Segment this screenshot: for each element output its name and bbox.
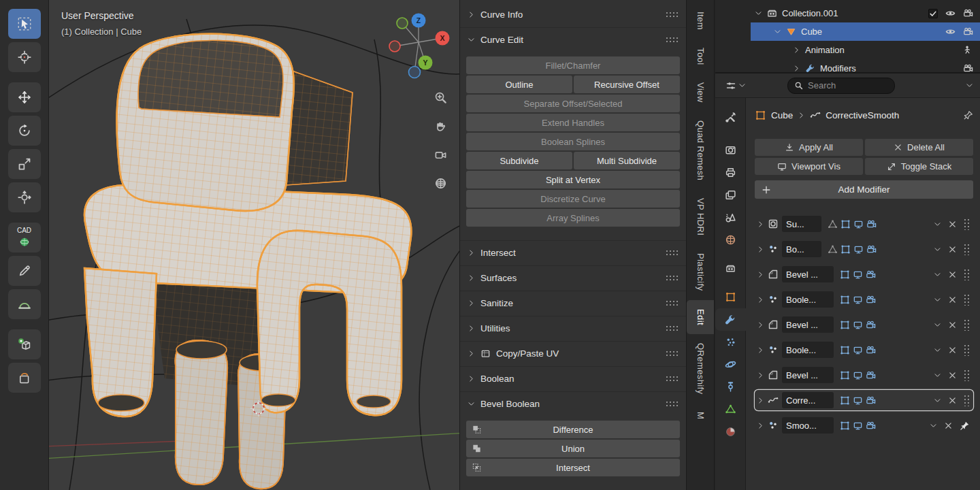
on-cage-toggle-icon[interactable] [828, 219, 838, 229]
fillet-chamfer-button[interactable]: Fillet/Chamfer [466, 56, 680, 74]
camera-icon[interactable] [963, 27, 973, 37]
expand-chevron-icon[interactable] [757, 271, 764, 278]
pin-icon[interactable] [963, 110, 973, 120]
cad-sketcher-tool[interactable]: CAD [8, 223, 41, 252]
expand-chevron-icon[interactable] [757, 422, 764, 429]
rotate-tool[interactable] [8, 116, 41, 146]
modifier-extras-icon[interactable] [934, 372, 941, 379]
delete-modifier-icon[interactable] [948, 295, 957, 304]
axis-neg-x[interactable] [389, 41, 400, 52]
panel-header-copy-paste-uv[interactable]: Copy/Paste UV [465, 344, 681, 363]
expand-chevron-icon[interactable] [757, 397, 764, 404]
chevron-right-icon[interactable] [793, 46, 800, 54]
extend-handles-button[interactable]: Extend Handles [466, 114, 680, 131]
drag-handle-icon[interactable] [964, 344, 970, 356]
edit-mode-toggle-icon[interactable] [840, 219, 851, 229]
modifier-row-3[interactable]: Bevel ... [755, 264, 973, 284]
modifier-extras-icon[interactable] [934, 346, 941, 354]
properties-tab-modifiers[interactable] [715, 308, 746, 331]
render-toggle-icon[interactable] [866, 295, 876, 305]
checkbox-checked[interactable] [928, 9, 938, 18]
search-input[interactable] [808, 80, 883, 91]
extra-tool[interactable] [8, 363, 41, 393]
panel-grip-icon[interactable] [666, 250, 679, 256]
realtime-toggle-icon[interactable] [853, 395, 863, 406]
modifier-name-button[interactable]: Smoo... [782, 417, 834, 434]
delete-modifier-icon[interactable] [944, 421, 953, 430]
scale-tool[interactable] [8, 149, 41, 179]
drag-handle-icon[interactable] [964, 395, 970, 406]
render-toggle-icon[interactable] [866, 320, 876, 330]
measure-tool[interactable] [8, 289, 41, 319]
recursive-offset-button[interactable]: Recursive Offset [574, 76, 680, 93]
annotate-tool[interactable] [8, 256, 41, 286]
split-at-vertex-button[interactable]: Split at Vertex [466, 171, 680, 189]
expand-chevron-icon[interactable] [757, 346, 764, 354]
modifier-extras-icon[interactable] [934, 220, 941, 228]
panel-header-curve-edit[interactable]: Curve Edit [465, 30, 681, 50]
render-toggle-icon[interactable] [866, 421, 876, 431]
select-box-tool[interactable] [8, 9, 41, 39]
drag-handle-icon[interactable] [964, 319, 970, 331]
tab-edit[interactable]: Edit [687, 300, 714, 334]
delete-modifier-icon[interactable] [948, 270, 957, 279]
editor-type-button[interactable] [722, 78, 749, 93]
modifier-name-button[interactable]: Boole... [782, 342, 834, 358]
render-toggle-icon[interactable] [866, 395, 876, 406]
render-toggle-icon[interactable] [866, 270, 876, 280]
camera-icon[interactable] [963, 8, 973, 18]
header-collapse-chevron[interactable] [966, 82, 973, 89]
toggle-stack-button[interactable]: Toggle Stack [865, 158, 973, 175]
tab-plasticify[interactable]: Plasticify [687, 244, 714, 299]
modifier-name-button[interactable]: Su... [782, 216, 821, 232]
realtime-toggle-icon[interactable] [853, 219, 864, 229]
outliner-row-animation[interactable]: Animation [715, 41, 980, 59]
modifier-extras-icon[interactable] [934, 321, 941, 329]
edit-mode-toggle-icon[interactable] [840, 370, 850, 380]
difference-button[interactable]: Difference [466, 421, 680, 438]
outliner-row-cube[interactable]: Cube [715, 22, 980, 41]
tab-tool[interactable]: Tool [687, 39, 714, 74]
on-cage-toggle-icon[interactable] [828, 244, 838, 255]
realtime-toggle-icon[interactable] [853, 320, 863, 330]
edit-mode-toggle-icon[interactable] [840, 421, 850, 431]
properties-tab-object[interactable] [715, 286, 746, 308]
panel-header-sanitize[interactable]: Sanitize [465, 293, 681, 313]
chevron-right-icon[interactable] [793, 65, 800, 72]
properties-tab-viewlayer[interactable] [715, 184, 746, 206]
drag-handle-icon[interactable] [964, 218, 970, 230]
modifier-name-button[interactable]: Bevel ... [782, 266, 834, 282]
properties-tab-scene[interactable] [715, 206, 746, 229]
realtime-toggle-icon[interactable] [853, 345, 863, 355]
add-cube-tool[interactable] [8, 329, 41, 359]
viewport-3d[interactable]: User Perspective (1) Collection | Cube Z… [49, 0, 459, 490]
realtime-toggle-icon[interactable] [853, 421, 863, 431]
properties-tab-physics[interactable] [715, 353, 746, 376]
panel-grip-icon[interactable] [666, 325, 679, 331]
realtime-toggle-icon[interactable] [853, 295, 863, 305]
modifier-name-button[interactable]: Bo... [782, 241, 821, 257]
edit-mode-toggle-icon[interactable] [840, 270, 850, 280]
chevron-down-icon[interactable] [774, 28, 781, 35]
subdivide-button[interactable]: Subdivide [466, 152, 572, 169]
panel-grip-icon[interactable] [666, 12, 679, 18]
drag-handle-icon[interactable] [964, 244, 970, 255]
properties-tab-collection[interactable] [715, 257, 746, 280]
edit-mode-toggle-icon[interactable] [840, 345, 850, 355]
modifier-extras-icon[interactable] [934, 397, 941, 404]
cursor-tool[interactable] [8, 42, 41, 72]
panel-header-surfaces[interactable]: Surfaces [465, 268, 681, 288]
axis-neg-z[interactable] [409, 67, 421, 78]
drag-handle-icon[interactable] [964, 269, 970, 280]
panel-grip-icon[interactable] [666, 275, 679, 281]
render-toggle-icon[interactable] [866, 219, 877, 229]
edit-mode-toggle-icon[interactable] [840, 244, 851, 255]
modifier-row-9[interactable]: Smoo... [755, 415, 973, 436]
modifier-extras-icon[interactable] [930, 422, 937, 429]
outliner-row-collection-001[interactable]: Collection.001 [715, 4, 980, 22]
modifier-row-5[interactable]: Bevel ... [755, 314, 973, 335]
viewport-vis-button[interactable]: Viewport Vis [755, 158, 863, 175]
properties-search[interactable] [787, 78, 895, 94]
realtime-toggle-icon[interactable] [853, 370, 863, 380]
edit-mode-toggle-icon[interactable] [840, 395, 850, 406]
